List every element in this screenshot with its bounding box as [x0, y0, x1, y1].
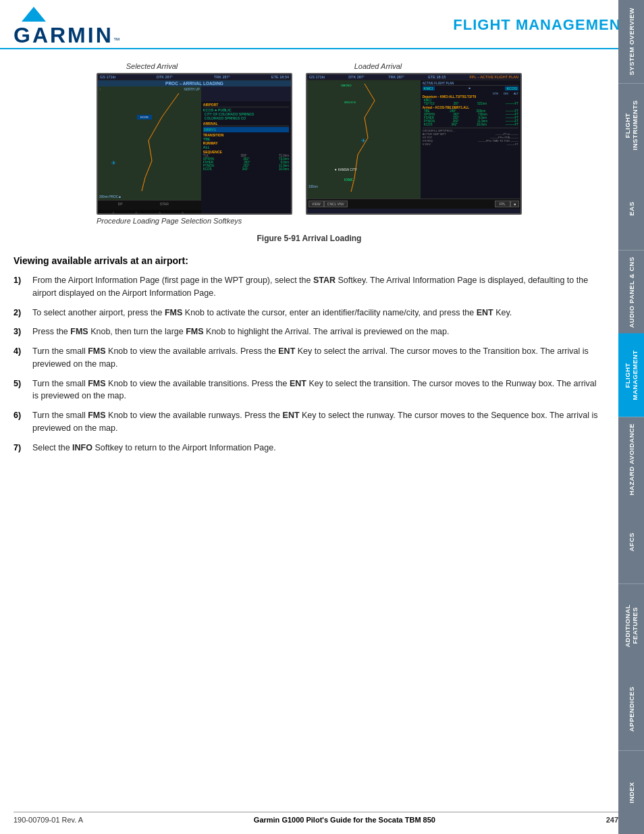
- bold-fms-6: FMS: [88, 411, 105, 420]
- step-7: 7) Select the INFO Softkey to return to …: [14, 442, 605, 454]
- bold-fms-3a: FMS: [70, 327, 88, 336]
- right-data-panel: ACTIVE FLIGHT PLAN KMCI ► KCOS DTKDISALT: [421, 80, 520, 199]
- right-screen: GS 171kt DTK 287° TRK 287° ETE 18:15 FPL…: [306, 73, 522, 215]
- bold-ent-4: ENT: [278, 346, 295, 356]
- sidebar-item-appendices[interactable]: APPENDICES: [618, 667, 644, 751]
- step-text-7: Select the INFO Softkey to return to the…: [32, 442, 605, 454]
- footer-page-number: 247: [606, 816, 618, 824]
- bold-fms-2: FMS: [165, 308, 182, 317]
- svg-line-1: [149, 117, 162, 140]
- footer-doc-number: 190-00709-01 Rev. A: [14, 816, 83, 824]
- sidebar-item-system-overview[interactable]: SYSTEM OVERVIEW: [618, 0, 644, 84]
- svg-line-5: [365, 84, 375, 101]
- page-header: GARMIN ™ FLIGHT MANAGEMENT: [0, 0, 644, 49]
- svg-line-2: [149, 140, 152, 161]
- page-title: FLIGHT MANAGEMENT: [453, 16, 630, 39]
- step-text-1: From the Airport Information Page (first…: [32, 274, 605, 300]
- page-footer: 190-00709-01 Rev. A Garmin G1000 Pilot's…: [14, 812, 618, 824]
- step-num-5: 5): [14, 377, 32, 403]
- instruction-heading: Viewing available arrivals at an airport…: [14, 255, 605, 266]
- main-content: Selected Arrival Loaded Arrival GS 171kt…: [0, 59, 618, 474]
- right-sidebar: SYSTEM OVERVIEW FLIGHT INSTRUMENTS EAS A…: [618, 0, 644, 834]
- screenshots-row: GS 171kt DTK 287° TRK 287° ETE 18:34 PRO…: [97, 73, 522, 225]
- step-num-3: 3): [14, 325, 32, 338]
- step-1: 1) From the Airport Information Page (fi…: [14, 274, 605, 300]
- step-3: 3) Press the FMS Knob, then turn the lar…: [14, 325, 605, 338]
- step-num-1: 1): [14, 274, 32, 300]
- loaded-arrival-label: Loaded Arrival: [354, 62, 402, 70]
- svg-line-6: [365, 101, 375, 118]
- trademark-symbol: ™: [113, 36, 120, 44]
- svg-line-3: [145, 161, 152, 178]
- step-text-3: Press the FMS Knob, then turn the large …: [32, 325, 605, 338]
- step-num-2: 2): [14, 307, 32, 319]
- bold-fms-4: FMS: [88, 346, 105, 356]
- left-screen-title: PROC – ARRIVAL LOADING: [98, 80, 291, 86]
- right-softkey-bar: VIEW CNCL VNV FPL ■: [307, 199, 520, 209]
- bold-ent-5: ENT: [290, 379, 306, 388]
- right-map: OMONO WOCH N ▼ KANSAI CITY KXMC 330nm ✈: [307, 80, 421, 199]
- selected-arrival-label: Selected Arrival: [126, 62, 178, 70]
- svg-line-4: [142, 178, 145, 191]
- bold-ent-6: ENT: [283, 411, 300, 420]
- step-text-6: Turn the small FMS Knob to view the avai…: [32, 409, 605, 435]
- bold-fms-3b: FMS: [186, 327, 203, 336]
- instruction-list: 1) From the Airport Information Page (fi…: [14, 274, 605, 454]
- step-num-6: 6): [14, 409, 32, 435]
- step-text-2: To select another airport, press the FMS…: [32, 307, 605, 319]
- bold-ent-2: ENT: [477, 308, 493, 317]
- bottom-caption-label: Procedure Loading Page Selection Softkey…: [97, 217, 242, 225]
- step-num-4: 4): [14, 345, 32, 371]
- step-6: 6) Turn the small FMS Knob to view the a…: [14, 409, 605, 435]
- left-map: NORTH UP ↑: [98, 86, 201, 200]
- bold-fms-5: FMS: [88, 379, 105, 388]
- left-screen: GS 171kt DTK 287° TRK 287° ETE 18:34 PRO…: [97, 73, 292, 215]
- svg-line-0: [162, 93, 179, 117]
- right-screenshot-container: GS 171kt DTK 287° TRK 287° ETE 18:15 FPL…: [306, 73, 522, 215]
- sidebar-item-audio-panel[interactable]: AUDIO PANEL & CNS: [618, 251, 644, 334]
- sidebar-item-hazard-avoidance[interactable]: HAZARD AVOIDANCE: [618, 417, 644, 501]
- left-screen-header: GS 171kt DTK 287° TRK 287° ETE 18:34: [98, 74, 291, 80]
- garmin-triangle-icon: [22, 7, 46, 22]
- bold-info-7: INFO: [72, 443, 92, 452]
- bold-star: STAR: [313, 276, 336, 285]
- route-svg: [98, 86, 201, 200]
- svg-line-9: [354, 155, 358, 178]
- sidebar-item-flight-instruments[interactable]: FLIGHT INSTRUMENTS: [618, 84, 644, 167]
- sidebar-item-eas[interactable]: EAS: [618, 167, 644, 251]
- figure-area: Selected Arrival Loaded Arrival GS 171kt…: [14, 59, 605, 243]
- step-text-5: Turn the small FMS Knob to view the avai…: [32, 377, 605, 403]
- sidebar-item-index[interactable]: INDEX: [618, 751, 644, 835]
- sidebar-item-afcs[interactable]: AFCS: [618, 500, 644, 584]
- left-procedure-panel: AIRPORT KCOS ● PUBLIC CITY OF COLORADO S…: [201, 101, 291, 215]
- footer-guide-title: Garmin G1000 Pilot's Guide for the Socat…: [254, 816, 435, 824]
- sidebar-item-additional-features[interactable]: ADDITIONAL FEATURES: [618, 584, 644, 668]
- svg-line-7: [365, 118, 368, 138]
- step-2: 2) To select another airport, press the …: [14, 307, 605, 319]
- step-4: 4) Turn the small FMS Knob to view the a…: [14, 345, 605, 371]
- figure-caption: Figure 5-91 Arrival Loading: [257, 234, 362, 243]
- step-text-4: Turn the small FMS Knob to view the avai…: [32, 345, 605, 371]
- garmin-logo: GARMIN ™: [14, 7, 120, 48]
- instruction-section: Viewing available arrivals at an airport…: [14, 255, 605, 454]
- sidebar-item-flight-management[interactable]: FLIGHT MANAGEMENT: [618, 334, 644, 417]
- step-num-7: 7): [14, 442, 32, 454]
- right-screen-header: GS 171kt DTK 287° TRK 287° ETE 18:15 FPL…: [307, 74, 520, 80]
- step-5: 5) Turn the small FMS Knob to view the a…: [14, 377, 605, 403]
- garmin-wordmark: GARMIN: [14, 23, 113, 48]
- left-screenshot-container: GS 171kt DTK 287° TRK 287° ETE 18:34 PRO…: [97, 73, 292, 225]
